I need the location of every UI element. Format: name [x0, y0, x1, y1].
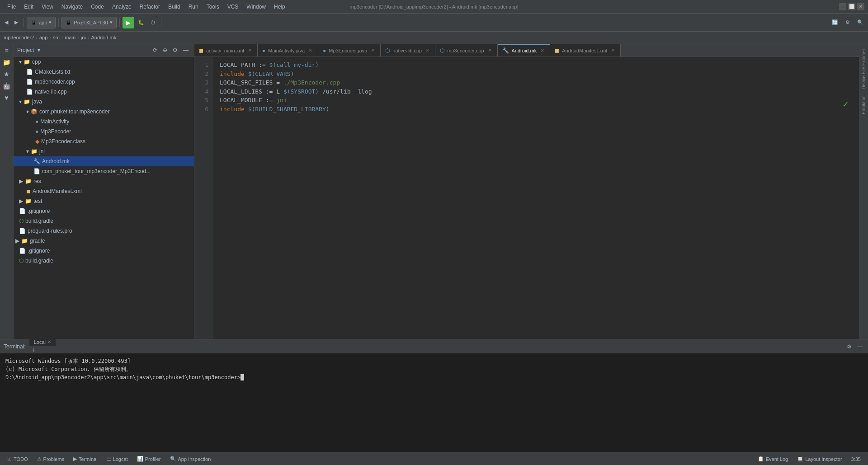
- menu-edit[interactable]: Edit: [20, 3, 37, 11]
- menu-run[interactable]: Run: [185, 3, 202, 11]
- tree-item-label: AndroidManifest.xml: [33, 188, 192, 194]
- breadcrumb-src[interactable]: src: [53, 35, 60, 40]
- status-todo[interactable]: ☑ TODO: [4, 455, 32, 463]
- minimize-button[interactable]: —: [839, 3, 846, 10]
- code-content[interactable]: LOCAL_PATH := $(call my-dir) include $(C…: [212, 57, 859, 339]
- emulator-label[interactable]: Emulator: [860, 93, 867, 118]
- breadcrumb-project[interactable]: mp3encoder2: [4, 35, 34, 40]
- terminal-content[interactable]: Microsoft Windows [版本 10.0.22000.493] (c…: [0, 353, 868, 452]
- tree-item-proguard[interactable]: 📄 proguard-rules.pro: [14, 226, 194, 236]
- cpp-tab-icon: ⬡: [385, 47, 390, 54]
- tab-androidmanifest-xml[interactable]: ◼ AndroidManifest.xml ✕: [550, 44, 621, 56]
- tree-item-gitignore-root[interactable]: 📄 .gitignore: [14, 246, 194, 256]
- breadcrumb-main[interactable]: main: [65, 35, 75, 40]
- breadcrumb-app[interactable]: app: [39, 35, 47, 40]
- terminal-settings-btn[interactable]: ⚙: [845, 343, 854, 351]
- menu-analyze[interactable]: Analyze: [108, 3, 135, 11]
- tab-android-mk[interactable]: 🔧 Android.mk ✕: [498, 44, 551, 56]
- tree-item-test[interactable]: ▶ 📁 test: [14, 196, 194, 206]
- toolbar-back-btn[interactable]: ◀: [2, 18, 11, 27]
- tree-item-java[interactable]: ▾ 📁 java: [14, 97, 194, 107]
- menu-view[interactable]: View: [38, 3, 57, 11]
- tab-close-btn-5[interactable]: ✕: [487, 47, 493, 54]
- code-editor[interactable]: 1 2 3 4 5 6 LOCAL_PATH := $(call my-dir)…: [194, 57, 859, 339]
- status-logcat[interactable]: ☰ Logcat: [103, 455, 132, 463]
- status-profiler[interactable]: 📊 Profiler: [133, 455, 165, 463]
- tab-close-btn-2[interactable]: ✕: [307, 47, 313, 54]
- status-layout-inspector[interactable]: 🔲 Layout Inspector: [793, 455, 845, 463]
- breadcrumb: mp3encoder2 › app › src › main › jni › A…: [0, 32, 868, 43]
- tree-item-nativelib[interactable]: 📄 native-lib.cpp: [14, 87, 194, 97]
- profile-button[interactable]: ⏱: [148, 19, 158, 27]
- tab-close-btn-4[interactable]: ✕: [425, 47, 430, 54]
- menu-code[interactable]: Code: [87, 3, 108, 11]
- tree-item-gradle-folder[interactable]: ▶ 📁 gradle: [14, 236, 194, 246]
- status-event-log[interactable]: 📋 Event Log: [754, 455, 792, 463]
- tree-item-buildgradle-root[interactable]: ⬡ build.gradle: [14, 256, 194, 266]
- tree-item-jni[interactable]: ▾ 📁 jni: [14, 146, 194, 156]
- folder-open-icon-2: ▾: [19, 99, 22, 105]
- tree-item-res[interactable]: ▶ 📁 res: [14, 176, 194, 186]
- run-button[interactable]: ▶: [123, 17, 134, 28]
- app-inspection-label: App Inspection: [178, 456, 211, 462]
- device-dropdown[interactable]: 📱 Pixel XL API 30 ▾: [61, 17, 116, 28]
- breadcrumb-file[interactable]: Android.mk: [91, 35, 117, 40]
- tree-item-gitignore-app[interactable]: 📄 .gitignore: [14, 206, 194, 216]
- tab-close-btn-3[interactable]: ✕: [370, 47, 376, 54]
- bookmark-icon[interactable]: ★: [1, 69, 12, 80]
- favorites-icon[interactable]: ♥: [1, 92, 12, 103]
- menu-build[interactable]: Build: [165, 3, 184, 11]
- terminal-tab-local[interactable]: Local ✕: [29, 338, 56, 346]
- tree-item-androidmanifest[interactable]: ◼ AndroidManifest.xml: [14, 186, 194, 196]
- status-problems[interactable]: ⚠ Problems: [33, 455, 68, 463]
- settings-button[interactable]: ⚙: [843, 18, 853, 27]
- tab-close-btn[interactable]: ✕: [247, 47, 253, 54]
- tab-close-btn-6[interactable]: ✕: [539, 47, 545, 54]
- term-tab-close[interactable]: ✕: [47, 339, 51, 344]
- panel-settings-btn[interactable]: ⚙: [171, 46, 179, 54]
- menu-refactor[interactable]: Refactor: [136, 3, 164, 11]
- tab-mp3encoder-cpp[interactable]: ⬡ mp3encoder.cpp ✕: [435, 44, 497, 56]
- tree-item-package[interactable]: ▾ 📦 com.phuket.tour.mp3encoder: [14, 107, 194, 117]
- tab-native-lib-cpp[interactable]: ⬡ native-lib.cpp ✕: [381, 44, 435, 56]
- tree-item-mainactivity[interactable]: ● MainActivity: [14, 117, 194, 127]
- tree-item-buildgradle-app[interactable]: ⬡ build.gradle: [14, 216, 194, 226]
- tree-item-androidmk[interactable]: 🔧 Android.mk: [14, 156, 194, 166]
- android-icon[interactable]: 🤖: [1, 80, 12, 91]
- tree-item-cmakelists[interactable]: 📄 CMakeLists.txt: [14, 67, 194, 77]
- device-file-explorer-label[interactable]: Device File Explorer: [860, 45, 867, 93]
- maximize-button[interactable]: ⬜: [848, 3, 855, 10]
- menu-tools[interactable]: Tools: [203, 3, 223, 11]
- project-icon[interactable]: 📁: [1, 57, 12, 68]
- sync-files-btn[interactable]: ⟳: [151, 46, 159, 54]
- menu-help[interactable]: Help: [270, 3, 289, 11]
- test-folder-collapsed-icon: ▶: [19, 198, 23, 204]
- tree-item-mp3encoderclass[interactable]: ◆ Mp3Encoder.class: [14, 136, 194, 146]
- menu-vcs[interactable]: VCS: [224, 3, 242, 11]
- panel-minimize-btn[interactable]: —: [181, 46, 190, 54]
- debug-button[interactable]: 🐛: [135, 18, 147, 27]
- tab-close-btn-7[interactable]: ✕: [610, 47, 616, 54]
- terminal-minimize-btn[interactable]: —: [855, 343, 864, 351]
- toolbar-forward-btn[interactable]: ▶: [12, 18, 21, 27]
- tree-item-jni-header[interactable]: 📄 com_phuket_tour_mp3encoder_Mp3Encod...: [14, 166, 194, 176]
- search-everywhere-button[interactable]: 🔍: [854, 18, 866, 27]
- collapse-all-btn[interactable]: ⊖: [161, 46, 169, 54]
- project-dropdown-icon[interactable]: ▾: [38, 47, 40, 53]
- menu-window[interactable]: Window: [243, 3, 269, 11]
- structure-icon[interactable]: ≡: [1, 45, 12, 56]
- menu-file[interactable]: File: [4, 3, 19, 11]
- tab-mainactivity-java[interactable]: ● MainActivity.java ✕: [258, 44, 318, 56]
- tree-item-mp3encodercpp[interactable]: 📄 mp3encoder.cpp: [14, 77, 194, 87]
- status-app-inspection[interactable]: 🔍 App Inspection: [166, 455, 215, 463]
- close-button[interactable]: ✕: [857, 3, 864, 10]
- app-dropdown[interactable]: 📱 app ▾: [27, 17, 56, 28]
- breadcrumb-jni[interactable]: jni: [81, 35, 86, 40]
- tree-item-mp3encoder-java[interactable]: ● Mp3Encoder: [14, 127, 194, 136]
- tab-mp3encoder-java[interactable]: ● Mp3Encoder.java ✕: [318, 44, 381, 56]
- menu-navigate[interactable]: Navigate: [58, 3, 86, 11]
- tab-activity-main-xml[interactable]: ◼ activity_main.xml ✕: [194, 44, 258, 56]
- sync-button[interactable]: 🔄: [829, 18, 841, 27]
- tree-item-cpp[interactable]: ▾ 📁 cpp: [14, 57, 194, 67]
- status-terminal[interactable]: ▶ Terminal: [70, 455, 101, 463]
